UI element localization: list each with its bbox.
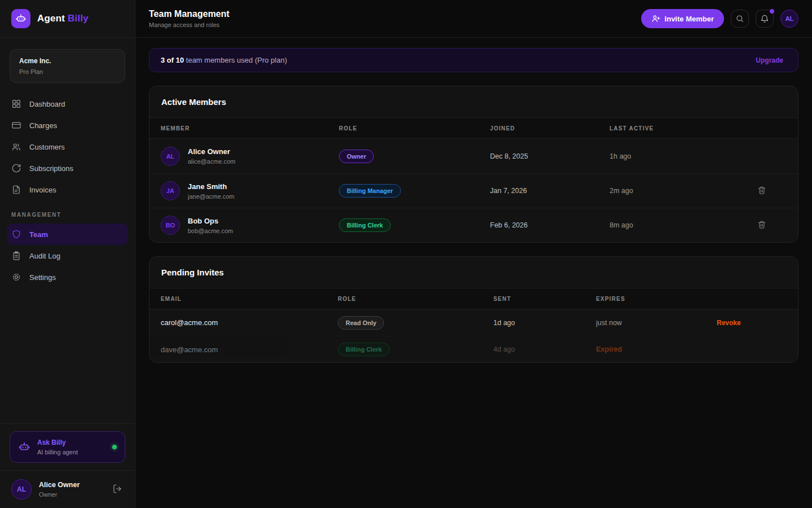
assistant-subtitle: AI billing agent bbox=[37, 449, 105, 456]
search-icon bbox=[735, 14, 744, 23]
member-email: jane@acme.com bbox=[188, 193, 235, 200]
role-badge: Billing Clerk bbox=[339, 218, 391, 232]
column-header-sent: SENT bbox=[493, 296, 596, 302]
sidebar-item-dashboard[interactable]: Dashboard bbox=[0, 93, 135, 115]
role-badge: Billing Clerk bbox=[338, 343, 390, 356]
revoke-invite-button[interactable]: Revoke bbox=[717, 319, 741, 327]
invite-email: carol@acme.com bbox=[161, 318, 338, 327]
column-header-role: ROLE bbox=[339, 125, 490, 132]
file-text-icon bbox=[11, 185, 21, 195]
ask-billy-card[interactable]: Ask Billy AI billing agent bbox=[10, 431, 125, 463]
pending-invites-title: Pending Invites bbox=[149, 257, 798, 288]
avatar: BO bbox=[161, 216, 180, 235]
assistant-title: Ask Billy bbox=[37, 439, 105, 446]
content: 3 of 10 team members used (Pro plan) Upg… bbox=[135, 38, 812, 373]
user-plus-icon bbox=[651, 14, 660, 23]
app-root: Agent Billy Acme Inc. Pro Plan Dashboard bbox=[0, 0, 812, 508]
user-info: Alice Owner Owner bbox=[39, 481, 80, 498]
active-members-title: Active Members bbox=[149, 86, 798, 117]
expires-status: Expired bbox=[596, 345, 717, 353]
online-status-dot bbox=[112, 445, 117, 449]
sidebar-item-label: Invoices bbox=[29, 186, 56, 194]
sidebar-item-settings[interactable]: Settings bbox=[0, 266, 135, 288]
sidebar-nav: Dashboard Charges Customers bbox=[0, 93, 135, 288]
sidebar-item-label: Team bbox=[29, 230, 48, 239]
expires-time: just now bbox=[596, 319, 717, 327]
gear-icon bbox=[11, 272, 21, 282]
active-members-card: Active Members MEMBER ROLE JOINED LAST A… bbox=[149, 86, 798, 243]
clipboard-icon bbox=[11, 251, 21, 261]
dashboard-icon bbox=[11, 99, 21, 109]
joined-date: Feb 6, 2026 bbox=[490, 221, 610, 229]
org-plan: Pro Plan bbox=[19, 68, 116, 75]
pending-invites-body: carol@acme.com Read Only 1d ago just now… bbox=[149, 309, 798, 362]
avatar[interactable]: AL bbox=[780, 10, 798, 28]
logout-button[interactable] bbox=[111, 483, 123, 497]
notifications-button[interactable] bbox=[756, 10, 774, 28]
table-row: AL Alice Owner alice@acme.com Owner Dec … bbox=[149, 139, 798, 173]
active-members-body: AL Alice Owner alice@acme.com Owner Dec … bbox=[149, 139, 798, 242]
robot-icon bbox=[18, 441, 30, 453]
refresh-icon bbox=[11, 163, 21, 173]
pending-invites-card: Pending Invites EMAIL ROLE SENT EXPIRES … bbox=[149, 256, 798, 363]
sidebar-item-invoices[interactable]: Invoices bbox=[0, 179, 135, 200]
sidebar-item-audit-log[interactable]: Audit Log bbox=[0, 245, 135, 266]
quota-text: 3 of 10 team members used (Pro plan) bbox=[161, 56, 287, 64]
role-badge: Billing Manager bbox=[339, 184, 401, 198]
sidebar-item-label: Subscriptions bbox=[29, 164, 73, 173]
search-button[interactable] bbox=[731, 10, 749, 28]
remove-member-button[interactable] bbox=[755, 218, 769, 233]
active-members-header: MEMBER ROLE JOINED LAST ACTIVE bbox=[149, 117, 798, 139]
quota-banner: 3 of 10 team members used (Pro plan) Upg… bbox=[149, 48, 798, 72]
sidebar-item-label: Audit Log bbox=[29, 252, 60, 260]
quota-used: 3 of 10 bbox=[161, 56, 184, 64]
column-header-email: EMAIL bbox=[161, 296, 338, 302]
sidebar-section-management: MANAGEMENT bbox=[0, 200, 135, 224]
pending-invites-header: EMAIL ROLE SENT EXPIRES bbox=[149, 288, 798, 309]
joined-date: Jan 7, 2026 bbox=[490, 187, 610, 195]
upgrade-link[interactable]: Upgrade bbox=[752, 56, 787, 65]
table-row: BO Bob Ops bob@acme.com Billing Clerk Fe… bbox=[149, 208, 798, 242]
last-active: 2m ago bbox=[610, 187, 755, 195]
trash-icon bbox=[757, 186, 766, 196]
invite-member-button[interactable]: Invite Member bbox=[641, 9, 724, 28]
member-name: Bob Ops bbox=[188, 217, 233, 225]
sidebar-item-team[interactable]: Team bbox=[7, 224, 128, 245]
sidebar-user-section: AL Alice Owner Owner bbox=[0, 470, 135, 508]
remove-member-button[interactable] bbox=[755, 183, 769, 199]
user-role: Owner bbox=[39, 491, 80, 498]
sent-time: 1d ago bbox=[493, 319, 596, 327]
column-header-role: ROLE bbox=[338, 296, 493, 302]
avatar: AL bbox=[11, 479, 32, 500]
sidebar-spacer bbox=[0, 288, 135, 423]
column-header-joined: JOINED bbox=[490, 125, 610, 132]
sidebar-item-customers[interactable]: Customers bbox=[0, 136, 135, 157]
avatar: JA bbox=[161, 181, 180, 200]
sidebar-item-subscriptions[interactable]: Subscriptions bbox=[0, 157, 135, 179]
invite-email: dave@acme.com bbox=[161, 345, 338, 354]
sidebar-item-label: Customers bbox=[29, 143, 65, 151]
sidebar-item-charges[interactable]: Charges bbox=[0, 115, 135, 136]
page-subtitle: Manage access and roles bbox=[149, 21, 230, 28]
org-name: Acme Inc. bbox=[19, 57, 116, 65]
avatar: AL bbox=[161, 147, 180, 166]
page-heading: Team Management Manage access and roles bbox=[149, 9, 230, 28]
last-active: 8m ago bbox=[610, 221, 755, 229]
member-cell: BO Bob Ops bob@acme.com bbox=[161, 216, 339, 235]
column-header-expires: EXPIRES bbox=[596, 296, 717, 302]
org-card[interactable]: Acme Inc. Pro Plan bbox=[10, 49, 125, 83]
column-header-last-active: LAST ACTIVE bbox=[610, 125, 755, 132]
sidebar-item-label: Charges bbox=[29, 121, 57, 130]
page-title: Team Management bbox=[149, 9, 230, 19]
topbar-actions: Invite Member bbox=[641, 9, 798, 28]
sidebar-item-label: Settings bbox=[29, 273, 56, 282]
member-cell: JA Jane Smith jane@acme.com bbox=[161, 181, 339, 200]
robot-logo-icon bbox=[11, 9, 30, 28]
topbar: Team Management Manage access and roles … bbox=[135, 0, 812, 38]
user-name: Alice Owner bbox=[39, 481, 80, 489]
sidebar: Agent Billy Acme Inc. Pro Plan Dashboard bbox=[0, 0, 135, 508]
table-row: JA Jane Smith jane@acme.com Billing Mana… bbox=[149, 173, 798, 208]
last-active: 1h ago bbox=[610, 152, 755, 160]
member-email: bob@acme.com bbox=[188, 227, 233, 234]
joined-date: Dec 8, 2025 bbox=[490, 152, 610, 160]
